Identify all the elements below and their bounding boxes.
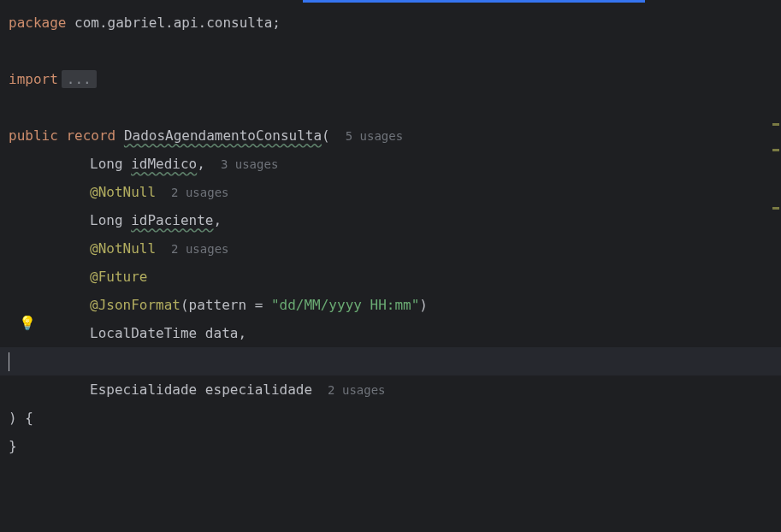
keyword-record: record [66, 127, 115, 144]
package-path: com.gabriel.api.consulta [66, 15, 272, 31]
type-localdatetime: LocalDateTime [90, 325, 205, 341]
open-paren: ( [180, 297, 189, 313]
usage-hint[interactable]: 3 usages [221, 157, 278, 171]
annotation-notnull[interactable]: @NotNull [90, 184, 156, 200]
param-data[interactable]: data [205, 325, 239, 341]
code-editor-area[interactable]: package com.gabriel.api.consulta; import… [0, 0, 781, 532]
code-line[interactable]: @NotNull2 usages [0, 234, 781, 263]
keyword-public: public [9, 127, 58, 144]
keyword-import: import [9, 71, 58, 87]
code-line[interactable]: public record DadosAgendamentoConsulta(5… [0, 121, 781, 150]
code-line[interactable]: LocalDateTime data, [0, 319, 781, 347]
string-literal: "dd/MM/yyyy HH:mm" [271, 297, 419, 313]
code-line[interactable]: Especialidade especialidade2 usages [0, 375, 781, 404]
code-line-current[interactable] [0, 347, 781, 375]
text-cursor [9, 352, 9, 371]
open-paren: ( [322, 127, 330, 144]
warning-marker[interactable] [772, 149, 779, 151]
usage-hint[interactable]: 2 usages [171, 186, 228, 199]
close-paren-brace: ) { [9, 410, 33, 426]
attr-key: pattern = [189, 297, 271, 313]
code-line-empty[interactable] [0, 37, 781, 65]
code-line[interactable]: @NotNull2 usages [0, 178, 781, 206]
annotation-notnull[interactable]: @NotNull [90, 240, 156, 257]
annotation-jsonformat[interactable]: @JsonFormat [90, 297, 180, 313]
code-line[interactable]: } [0, 432, 781, 460]
type-especialidade: Especialidade [90, 381, 205, 398]
semicolon: ; [272, 15, 281, 31]
code-line[interactable]: Long idPaciente, [0, 206, 781, 234]
comma: , [214, 212, 222, 228]
usage-hint[interactable]: 2 usages [171, 242, 228, 256]
usage-hint[interactable]: 2 usages [328, 383, 385, 397]
close-brace: } [9, 438, 17, 454]
comma: , [238, 325, 246, 341]
code-line[interactable]: package com.gabriel.api.consulta; [0, 9, 781, 37]
record-name[interactable]: DadosAgendamentoConsulta [124, 127, 322, 144]
comma: , [197, 156, 205, 172]
annotation-future[interactable]: @Future [90, 269, 147, 285]
keyword-package: package [9, 15, 66, 31]
type-long: Long [90, 212, 131, 228]
folded-region[interactable]: ... [62, 70, 97, 88]
intention-bulb-icon[interactable]: 💡 [19, 315, 36, 331]
code-line-empty[interactable] [0, 93, 781, 121]
close-paren: ) [419, 297, 428, 313]
param-idpaciente[interactable]: idPaciente [131, 212, 213, 228]
param-idmedico[interactable]: idMedico [131, 156, 197, 172]
code-line[interactable]: @Future [0, 263, 781, 291]
warning-marker[interactable] [772, 207, 779, 210]
code-line[interactable]: import... [0, 65, 781, 93]
code-line[interactable]: @JsonFormat(pattern = "dd/MM/yyyy HH:mm"… [0, 291, 781, 319]
code-line[interactable]: Long idMedico,3 usages [0, 150, 781, 178]
code-line[interactable]: ) { [0, 404, 781, 432]
type-long: Long [90, 156, 131, 172]
param-especialidade[interactable]: especialidade [205, 381, 312, 398]
warning-marker[interactable] [772, 123, 779, 126]
scrollbar[interactable] [771, 3, 781, 532]
usage-hint[interactable]: 5 usages [346, 129, 403, 143]
